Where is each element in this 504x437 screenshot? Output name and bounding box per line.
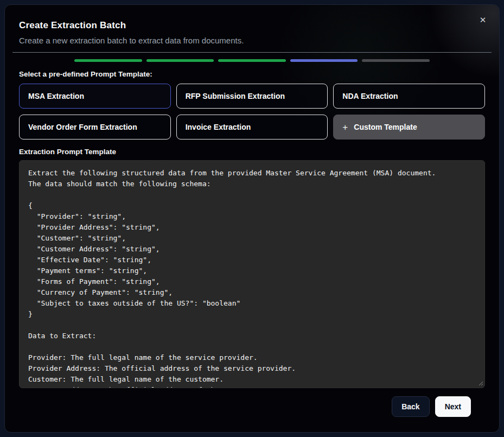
progress-segment <box>290 59 358 62</box>
progress-segment <box>74 59 142 62</box>
template-option-custom-template[interactable]: + Custom Template <box>333 115 485 140</box>
progress-segment <box>146 59 214 62</box>
progress-segment <box>218 59 286 62</box>
step-progress-bar <box>74 59 430 62</box>
prompt-editor: Extract the following structured data fr… <box>19 160 485 388</box>
plus-icon: + <box>342 123 348 132</box>
template-option-label: Custom Template <box>354 123 417 131</box>
next-button[interactable]: Next <box>435 396 471 417</box>
template-option-label: NDA Extraction <box>342 92 398 100</box>
template-option-nda-extraction[interactable]: NDA Extraction <box>333 84 485 109</box>
step-content: Select a pre-defined Prompt Template: MS… <box>5 70 499 417</box>
prompt-editor-label: Extraction Prompt Template <box>19 148 485 156</box>
template-option-invoice-extraction[interactable]: Invoice Extraction <box>176 115 328 140</box>
progress-segment <box>362 59 430 62</box>
template-option-vendor-order-form-extraction[interactable]: Vendor Order Form Extraction <box>19 115 171 140</box>
template-picker-label: Select a pre-defined Prompt Template: <box>19 70 485 78</box>
template-option-rfp-submission-extraction[interactable]: RFP Submission Extraction <box>176 84 328 109</box>
header-divider <box>12 52 492 53</box>
back-button[interactable]: Back <box>392 396 429 417</box>
create-extraction-batch-dialog: ✕ Create Extraction Batch Create a new e… <box>4 4 500 433</box>
dialog-header: Create Extraction Batch Create a new ext… <box>5 5 499 45</box>
close-icon[interactable]: ✕ <box>476 14 489 27</box>
dialog-subtitle: Create a new extraction batch to extract… <box>19 36 485 45</box>
template-option-label: Vendor Order Form Extraction <box>28 123 137 131</box>
template-option-msa-extraction[interactable]: MSA Extraction <box>19 84 171 109</box>
template-option-label: Invoice Extraction <box>186 123 251 131</box>
template-option-label: RFP Submission Extraction <box>186 92 285 100</box>
prompt-template-textarea[interactable]: Extract the following structured data fr… <box>19 160 485 388</box>
dialog-footer: Back Next <box>19 388 485 417</box>
template-option-label: MSA Extraction <box>28 92 84 100</box>
template-grid: MSA Extraction RFP Submission Extraction… <box>19 84 485 140</box>
dialog-title: Create Extraction Batch <box>19 20 485 31</box>
